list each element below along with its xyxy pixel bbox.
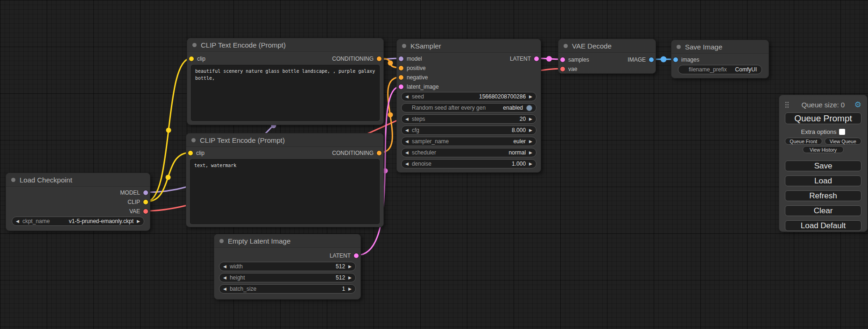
prompt-text-area[interactable]: text, watermark (190, 159, 380, 224)
collapse-dot-icon[interactable] (219, 239, 224, 243)
node-clip-text-encode-positive[interactable]: CLIP Text Encode (Prompt) clip CONDITION… (187, 38, 384, 125)
node-title-bar[interactable]: Load Checkpoint (6, 173, 150, 187)
output-latent: LATENT (510, 54, 539, 63)
increment-arrow-icon[interactable]: ▶ (529, 117, 532, 121)
width-widget[interactable]: ◀ width 512 ▶ (219, 262, 356, 271)
latent-port-icon[interactable] (534, 56, 539, 61)
node-graph-canvas[interactable]: Load Checkpoint MODEL CLIP VAE ◀ ckpt_na… (0, 0, 868, 329)
extra-options-checkbox[interactable] (839, 129, 845, 135)
load-default-button[interactable]: Load Default (785, 220, 861, 231)
conditioning-port-icon[interactable] (399, 75, 403, 80)
random-seed-toggle-widget[interactable]: Random seed after every gen enabled (401, 103, 536, 112)
height-widget[interactable]: ◀ height 512 ▶ (219, 273, 356, 282)
view-history-row: View History (785, 146, 861, 153)
settings-gear-icon[interactable]: ⚙ (854, 101, 861, 109)
decrement-arrow-icon[interactable]: ◀ (223, 287, 226, 291)
decrement-arrow-icon[interactable]: ◀ (405, 117, 409, 121)
node-title-bar[interactable]: Empty Latent Image (214, 234, 360, 248)
input-model: model (399, 54, 422, 63)
decrement-arrow-icon[interactable]: ◀ (405, 151, 409, 155)
batch-size-widget[interactable]: ◀ batch_size 1 ▶ (219, 284, 356, 294)
port-label: samples (568, 56, 589, 63)
load-button[interactable]: Load (785, 175, 861, 186)
clip-port-icon[interactable] (143, 200, 148, 204)
decrement-arrow-icon[interactable]: ◀ (405, 140, 409, 144)
cfg-widget[interactable]: ◀ cfg 8.000 ▶ (401, 126, 536, 135)
denoise-widget[interactable]: ◀ denoise 1.000 ▶ (401, 159, 536, 168)
widget-label: filename_prefix (689, 66, 727, 73)
port-label: CONDITIONING (332, 56, 374, 62)
ckpt-name-widget[interactable]: ◀ ckpt_name v1-5-pruned-emaonly.ckpt ▶ (12, 217, 144, 226)
latent-port-icon[interactable] (399, 84, 403, 89)
increment-arrow-icon[interactable]: ▶ (529, 140, 532, 144)
model-port-icon[interactable] (399, 56, 403, 61)
collapse-dot-icon[interactable] (191, 138, 196, 142)
decrement-arrow-icon[interactable]: ◀ (405, 128, 409, 133)
image-port-icon[interactable] (649, 57, 654, 62)
increment-arrow-icon[interactable]: ▶ (348, 287, 352, 291)
node-save-image[interactable]: Save Image images filename_prefix ComfyU… (671, 40, 769, 78)
image-port-icon[interactable] (673, 57, 678, 62)
clip-port-icon[interactable] (189, 56, 194, 61)
filename-prefix-widget[interactable]: filename_prefix ComfyUI (678, 65, 762, 74)
collapse-dot-icon[interactable] (402, 44, 406, 48)
widget-label: ckpt_name (22, 218, 50, 224)
increment-arrow-icon[interactable]: ▶ (529, 162, 532, 166)
collapse-dot-icon[interactable] (192, 43, 197, 47)
decrement-arrow-icon[interactable]: ◀ (223, 265, 226, 269)
decrement-arrow-icon[interactable]: ◀ (405, 95, 409, 99)
widget-value: euler (513, 138, 529, 145)
view-history-button[interactable]: View History (803, 146, 844, 153)
node-vae-decode[interactable]: VAE Decode samples vae IMAGE (558, 39, 656, 74)
widget-label: steps (412, 116, 425, 122)
collapse-dot-icon[interactable] (564, 44, 568, 48)
seed-widget[interactable]: ◀ seed 156680208700286 ▶ (401, 92, 536, 101)
sampler-name-widget[interactable]: ◀ sampler_name euler ▶ (401, 137, 536, 146)
vae-port-icon[interactable] (560, 67, 565, 71)
conditioning-port-icon[interactable] (377, 151, 381, 155)
port-label: clip (197, 56, 205, 62)
widget-value: v1-5-pruned-emaonly.ckpt (69, 218, 137, 224)
conditioning-port-icon[interactable] (377, 56, 381, 61)
increment-arrow-icon[interactable]: ▶ (137, 219, 140, 224)
node-title-bar[interactable]: KSampler (397, 39, 541, 53)
model-port-icon[interactable] (143, 190, 148, 195)
node-title-bar[interactable]: VAE Decode (558, 39, 656, 53)
increment-arrow-icon[interactable]: ▶ (529, 151, 532, 155)
vae-port-icon[interactable] (143, 209, 148, 214)
node-title-bar[interactable]: CLIP Text Encode (Prompt) (187, 38, 383, 52)
toggle-circle-icon[interactable] (526, 105, 532, 111)
drag-handle-icon[interactable] (785, 101, 789, 108)
increment-arrow-icon[interactable]: ▶ (348, 265, 352, 269)
scheduler-widget[interactable]: ◀ scheduler normal ▶ (401, 148, 536, 157)
decrement-arrow-icon[interactable]: ◀ (223, 276, 226, 280)
increment-arrow-icon[interactable]: ▶ (348, 276, 352, 280)
node-title-bar[interactable]: Save Image (671, 40, 769, 54)
wire-midpoint-dot (546, 56, 552, 62)
widget-value: 8.000 (512, 127, 529, 133)
queue-prompt-button[interactable]: Queue Prompt (785, 112, 861, 124)
collapse-dot-icon[interactable] (11, 178, 15, 182)
widget-value: 512 (336, 263, 348, 270)
conditioning-port-icon[interactable] (399, 66, 403, 70)
increment-arrow-icon[interactable]: ▶ (529, 95, 532, 99)
collapse-dot-icon[interactable] (677, 45, 681, 49)
queue-front-button[interactable]: Queue Front (785, 138, 822, 145)
prompt-text-area[interactable]: beautiful scenery nature glass bottle la… (191, 65, 380, 121)
increment-arrow-icon[interactable]: ▶ (529, 128, 532, 133)
clear-button[interactable]: Clear (785, 205, 861, 216)
node-ksampler[interactable]: KSampler model positive negative latent_… (396, 39, 541, 173)
save-button[interactable]: Save (785, 161, 861, 171)
latent-port-icon[interactable] (354, 253, 359, 258)
latent-port-icon[interactable] (560, 57, 565, 62)
node-load-checkpoint[interactable]: Load Checkpoint MODEL CLIP VAE ◀ ckpt_na… (6, 173, 150, 231)
decrement-arrow-icon[interactable]: ◀ (16, 219, 19, 224)
node-clip-text-encode-negative[interactable]: CLIP Text Encode (Prompt) clip CONDITION… (186, 133, 384, 227)
decrement-arrow-icon[interactable]: ◀ (405, 162, 409, 166)
refresh-button[interactable]: Refresh (785, 190, 861, 201)
steps-widget[interactable]: ◀ steps 20 ▶ (401, 114, 536, 124)
clip-port-icon[interactable] (188, 151, 193, 155)
node-empty-latent-image[interactable]: Empty Latent Image LATENT ◀ width 512 ▶ … (214, 234, 361, 300)
view-queue-button[interactable]: View Queue (825, 138, 862, 145)
node-title-bar[interactable]: CLIP Text Encode (Prompt) (186, 133, 383, 147)
